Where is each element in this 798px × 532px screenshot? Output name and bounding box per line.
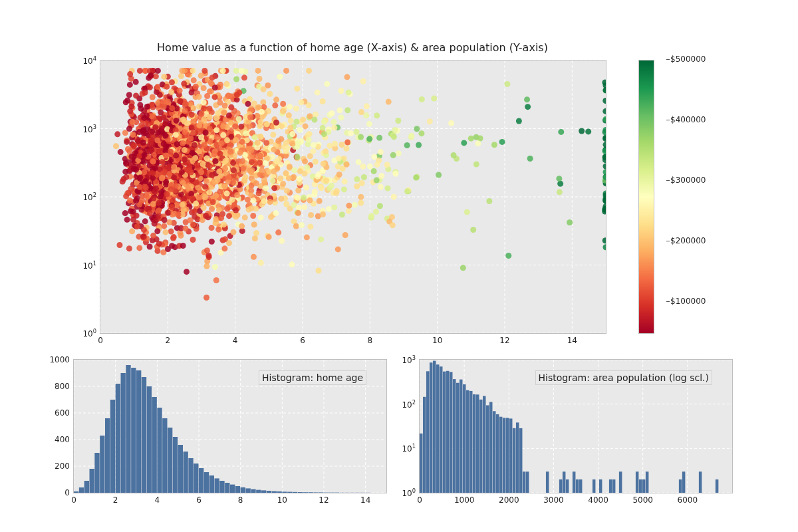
svg-rect-2554 [215,478,219,493]
svg-point-1647 [303,184,309,190]
svg-point-2339 [169,105,175,111]
svg-point-2432 [193,201,199,207]
svg-point-2480 [148,141,154,147]
svg-point-122 [344,107,350,113]
svg-point-2052 [289,131,295,137]
svg-rect-2560 [246,488,251,493]
svg-point-2010 [253,180,259,186]
svg-point-1697 [431,95,437,101]
svg-point-846 [124,217,130,223]
svg-point-1138 [284,188,290,194]
svg-point-2420 [212,84,218,90]
svg-point-1936 [127,108,133,114]
svg-point-2214 [201,116,207,122]
svg-point-226 [524,96,530,102]
hist-age-label: Histogram: home age [259,370,366,385]
svg-point-1029 [287,104,293,110]
svg-point-2169 [134,223,140,229]
svg-point-2414 [176,211,182,217]
svg-rect-2571 [303,492,308,493]
svg-rect-2541 [147,386,152,493]
svg-rect-2568 [287,492,292,493]
svg-point-1132 [320,125,326,131]
svg-point-2141 [189,125,195,131]
svg-point-2446 [207,163,213,169]
svg-point-2347 [141,115,147,121]
svg-point-993 [339,211,345,217]
svg-point-2004 [196,195,202,201]
svg-point-1637 [302,158,308,164]
svg-point-2276 [138,106,144,112]
svg-point-1405 [320,98,326,104]
svg-point-2352 [203,213,209,219]
svg-point-2381 [460,265,466,271]
svg-point-1458 [307,223,313,229]
svg-point-2355 [237,150,243,156]
svg-point-2185 [404,188,410,194]
svg-point-2503 [390,152,396,158]
svg-point-2484 [222,166,228,172]
svg-rect-2634 [576,479,579,493]
scatter-ytick-1e2: 102 [82,192,96,202]
svg-rect-2619 [496,414,499,493]
scatter-xtick: 10 [432,336,442,345]
svg-point-2193 [295,210,301,216]
svg-point-2282 [203,295,209,301]
svg-point-841 [341,186,347,192]
svg-point-289 [396,150,402,156]
svg-rect-2548 [184,452,188,493]
svg-point-225 [360,78,366,84]
svg-point-2348 [234,192,240,198]
hist-pop-xtick: 6000 [678,495,698,505]
hist-age-xtick: 2 [113,495,118,505]
svg-point-586 [316,267,322,273]
svg-rect-2638 [609,479,612,493]
svg-point-1717 [287,125,293,131]
svg-point-2475 [202,184,208,190]
svg-rect-2561 [251,489,255,493]
svg-point-2428 [470,227,476,233]
svg-point-1211 [238,124,244,130]
svg-point-2426 [182,156,188,162]
svg-point-1914 [255,140,261,146]
svg-point-1893 [158,110,164,116]
scatter-ytick-1e3: 103 [82,124,96,134]
svg-point-2221 [141,169,147,175]
svg-point-2340 [173,132,179,138]
svg-point-2458 [162,133,168,139]
svg-point-1806 [209,225,215,231]
svg-point-1065 [198,72,204,78]
svg-point-2265 [230,180,236,186]
svg-rect-2608 [460,380,462,493]
svg-point-1989 [602,148,606,154]
svg-rect-2565 [272,491,277,493]
svg-point-1023 [556,176,562,182]
svg-point-2477 [233,137,239,143]
svg-point-2445 [180,207,186,213]
svg-point-870 [283,201,289,207]
svg-point-2497 [127,198,133,203]
svg-point-2307 [190,130,196,136]
svg-rect-2641 [619,471,622,493]
svg-point-2333 [333,190,339,196]
svg-point-2020 [278,196,284,201]
svg-point-2488 [385,186,391,192]
svg-rect-2562 [256,490,261,493]
svg-point-285 [525,104,531,110]
svg-point-2081 [259,168,265,174]
svg-point-2183 [154,138,160,144]
svg-point-1767 [116,242,122,248]
svg-point-2155 [124,139,130,145]
svg-rect-2547 [178,445,183,493]
svg-point-2433 [475,140,481,146]
svg-point-2257 [200,161,206,167]
svg-point-2050 [129,119,135,125]
svg-rect-2558 [235,486,240,493]
svg-rect-2628 [526,471,529,493]
svg-point-2312 [166,171,172,177]
svg-point-2496 [204,93,210,99]
svg-rect-2606 [453,379,456,493]
svg-point-2113 [184,269,190,275]
hist-pop-xtick: 5000 [632,495,653,505]
svg-point-1644 [558,129,564,135]
